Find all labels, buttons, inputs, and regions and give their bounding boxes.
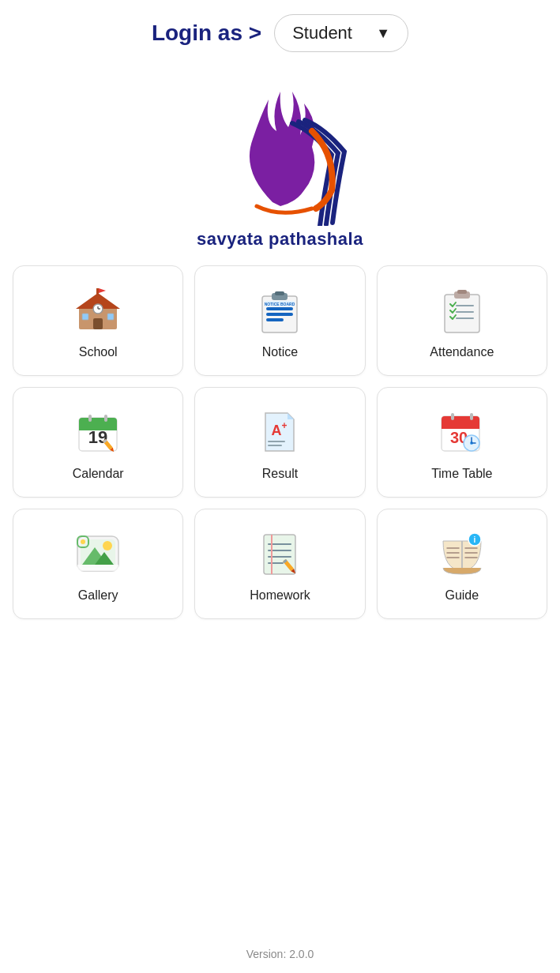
timetable-label: Time Table (431, 467, 492, 481)
svg-text:+: + (282, 420, 288, 431)
svg-rect-20 (457, 290, 467, 294)
guide-icon: i (437, 528, 487, 579)
notice-icon: NOTICE BOARD (254, 285, 305, 336)
svg-rect-40 (451, 413, 454, 420)
attendance-button[interactable]: Attendance (377, 265, 547, 376)
guide-button[interactable]: i Guide (377, 509, 547, 619)
svg-rect-14 (266, 313, 293, 316)
attendance-icon (437, 285, 487, 336)
header: Login as > Student ▼ (0, 0, 560, 60)
school-icon (73, 285, 123, 336)
gallery-label: Gallery (78, 588, 118, 603)
homework-label: Homework (250, 588, 310, 603)
guide-label: Guide (445, 588, 479, 603)
gallery-icon (73, 528, 123, 579)
svg-rect-18 (445, 295, 479, 332)
svg-rect-41 (470, 413, 473, 420)
svg-rect-8 (107, 314, 114, 320)
svg-text:i: i (473, 535, 475, 544)
result-button[interactable]: A + Result (194, 387, 365, 498)
dropdown-value: Student (292, 23, 352, 43)
svg-rect-15 (266, 318, 284, 321)
homework-button[interactable]: Homework (194, 509, 365, 619)
svg-rect-13 (266, 307, 293, 310)
calendar-button[interactable]: 19 Calendar (13, 387, 183, 498)
svg-rect-39 (442, 423, 479, 429)
svg-rect-52 (77, 565, 118, 571)
svg-rect-7 (82, 314, 88, 320)
notice-button[interactable]: NOTICE BOARD Notice (194, 265, 365, 376)
calendar-label: Calendar (73, 467, 124, 481)
version-text: Version: 2.0.0 (246, 924, 314, 973)
calendar-icon: 19 (73, 407, 123, 457)
app-name: savyata pathashala (197, 229, 363, 250)
svg-rect-9 (93, 318, 103, 329)
homework-icon (254, 528, 305, 579)
timetable-icon: 30 (437, 407, 487, 457)
svg-rect-29 (104, 415, 107, 422)
app-logo (209, 68, 351, 226)
svg-point-51 (103, 541, 112, 550)
result-icon: A + (254, 407, 305, 457)
svg-text:19: 19 (88, 427, 107, 447)
school-button[interactable]: School (13, 265, 183, 376)
login-as-label: Login as > (152, 21, 261, 46)
gallery-button[interactable]: Gallery (13, 509, 183, 619)
svg-rect-2 (96, 288, 99, 299)
svg-rect-28 (88, 415, 92, 422)
chevron-down-icon: ▼ (376, 25, 390, 42)
svg-text:NOTICE BOARD: NOTICE BOARD (265, 302, 295, 306)
result-label: Result (262, 467, 298, 481)
attendance-label: Attendance (430, 345, 494, 359)
svg-text:A: A (272, 423, 282, 438)
svg-point-54 (81, 539, 85, 544)
school-label: School (79, 345, 118, 359)
notice-label: Notice (262, 345, 298, 359)
student-dropdown[interactable]: Student ▼ (274, 14, 408, 52)
svg-marker-3 (99, 288, 106, 293)
timetable-button[interactable]: 30 Time Table (377, 387, 547, 498)
menu-grid: School NOTICE BOARD Notice (13, 265, 547, 619)
logo-area: savyata pathashala (197, 68, 363, 250)
svg-rect-12 (275, 291, 284, 295)
